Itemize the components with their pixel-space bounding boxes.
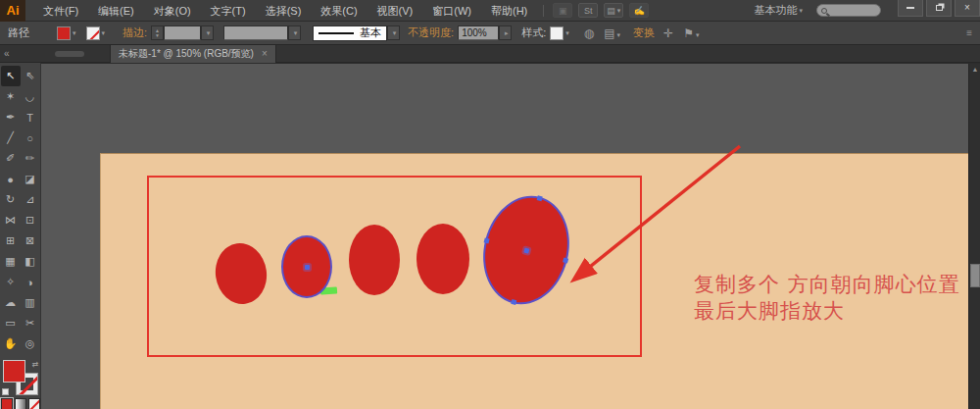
select-similar-icon[interactable]: ⚑▾ [683,26,699,40]
arrange-documents-icon[interactable]: ▤▾ [604,3,623,18]
anchor-point[interactable] [484,237,490,243]
type-tool[interactable]: T [21,107,40,128]
ellipse-tool[interactable]: ○ [21,128,40,148]
selection-tool[interactable]: ↖ [1,66,21,86]
eraser-tool[interactable]: ◪ [21,169,40,189]
perspective-grid-tool[interactable]: ⊠ [21,230,40,251]
search-icon [821,8,827,14]
blend-tool[interactable]: ◑ [21,272,40,292]
canvas-viewport[interactable]: 复制多个 方向朝向脚心位置 最后大脚指放大 ▲ [41,63,980,409]
artboard-tool[interactable]: ▭ [1,313,21,333]
search-input[interactable] [816,4,881,17]
blob-brush-tool[interactable]: ● [1,169,21,189]
scale-tool[interactable]: ⊿ [21,189,40,210]
width-tool[interactable]: ⋈ [1,210,21,230]
fill-color-control[interactable]: ▾ [57,26,76,40]
gradient-tool[interactable]: ◧ [21,251,40,272]
color-button[interactable] [1,398,13,409]
opacity-field[interactable]: 100% [458,26,499,40]
direct-selection-tool[interactable]: ⇖ [21,66,40,86]
swap-fill-stroke-icon[interactable]: ⇄ [32,360,39,369]
shape-builder-tool[interactable]: ⊞ [1,230,21,251]
stroke-panel-link[interactable]: 描边: [122,26,147,40]
titlebar: Ai 文件(F)编辑(E)对象(O)文字(T)选择(S)效果(C)视图(V)窗口… [0,0,980,22]
paintbrush-tool[interactable]: ✐ [1,148,21,169]
bridge-icon[interactable]: ▣ [553,3,572,18]
vertical-scrollbar[interactable]: ▲ [968,64,980,409]
opacity-arrow[interactable]: ▸ [499,26,512,40]
stroke-swatch[interactable] [86,26,100,40]
transform-panel-link[interactable]: 变换 [633,26,655,40]
menu-item-1[interactable]: 文件(F) [33,0,88,22]
menu-item-9[interactable]: 帮助(H) [481,0,537,22]
style-swatch[interactable] [550,26,564,40]
stroke-preview-line [318,32,354,34]
stroke-style-dropdown[interactable]: 基本 [313,26,387,41]
eyedropper-tool[interactable]: ✧ [1,272,21,292]
artwork-layer [41,64,980,409]
menu-item-4[interactable]: 文字(T) [201,0,256,22]
brush-definition-dropdown[interactable] [223,26,288,40]
stroke-weight-dropdown[interactable]: ▾ [201,26,214,40]
fill-swatch[interactable] [57,26,71,40]
opacity-panel-link[interactable]: 不透明度: [408,26,454,40]
line-segment-tool[interactable]: ╱ [1,128,21,148]
column-graph-tool[interactable]: ▥ [21,292,40,313]
scroll-up-icon[interactable]: ▲ [969,64,980,75]
rotate-tool[interactable]: ↻ [1,189,21,210]
stroke-style-label: 基本 [360,26,381,40]
stroke-weight-field[interactable] [164,26,201,40]
scrollbar-thumb[interactable] [970,264,980,287]
align-icon[interactable]: ✛ [663,26,673,40]
workspace-switcher[interactable]: 基本功能 ▾ [754,3,803,18]
minimize-button[interactable] [898,0,923,17]
gradient-button[interactable] [15,398,26,409]
tab-close-icon[interactable]: × [262,48,268,59]
anchor-point[interactable] [537,195,543,201]
brush-dropdown-arrow[interactable]: ▾ [288,26,301,40]
stroke-color-control[interactable]: ▾ [86,26,106,40]
document-setup-globe-icon[interactable]: ◍ [584,26,594,40]
none-button[interactable] [28,398,40,409]
free-transform-tool[interactable]: ⊡ [21,210,40,230]
toe-ellipse-4[interactable] [416,224,469,294]
menu-item-3[interactable]: 对象(O) [144,0,201,22]
hand-tool[interactable]: ✋ [1,333,21,354]
style-control[interactable]: ▾ [550,26,569,40]
color-mode-buttons [0,398,40,409]
toe-ellipse-2[interactable] [281,235,332,298]
restore-button[interactable] [926,0,952,17]
fill-color-box[interactable] [3,360,25,383]
tab-bar: « 未标题-1* @ 150% (RGB/预览) × [0,45,980,63]
default-fill-stroke-icon[interactable] [2,388,9,395]
menu-item-8[interactable]: 窗口(W) [422,0,481,22]
stroke-weight-stepper[interactable]: ▲▼ [151,26,164,40]
anchor-point[interactable] [511,299,516,305]
slice-tool[interactable]: ✂ [21,313,40,333]
pen-tool[interactable]: ✒ [1,107,21,128]
document-tab[interactable]: 未标题-1* @ 150% (RGB/预览) × [110,45,276,63]
menu-item-5[interactable]: 选择(S) [256,0,312,22]
symbol-sprayer-tool[interactable]: ☁ [1,292,21,313]
fill-stroke-indicator[interactable]: ⇄ [3,360,38,395]
magic-wand-tool[interactable]: ✶ [1,86,21,107]
style-label: 样式: [521,26,546,40]
share-icon[interactable]: ✍ [629,3,649,18]
lasso-tool[interactable]: ◡ [21,86,40,107]
pencil-tool[interactable]: ✏ [21,148,40,169]
document-setup-icon[interactable]: ▤▾ [604,26,620,40]
menu-item-2[interactable]: 编辑(E) [88,0,144,22]
panel-dock-icon[interactable]: ≡ [966,27,972,38]
close-button[interactable]: × [955,0,980,17]
stroke-style-arrow[interactable]: ▾ [387,26,400,40]
toe-ellipse-3[interactable] [349,225,400,295]
menu-item-6[interactable]: 效果(C) [311,0,367,22]
context-label: 路径 [8,26,29,40]
drag-grip[interactable] [55,51,84,57]
stock-button[interactable]: St [578,3,598,18]
chevron-down-icon: ▾ [799,7,803,15]
mesh-tool[interactable]: ▦ [1,251,21,272]
collapse-panels-icon[interactable]: « [0,48,41,59]
menu-item-7[interactable]: 视图(V) [368,0,423,22]
zoom-tool[interactable]: ◎ [21,333,40,354]
